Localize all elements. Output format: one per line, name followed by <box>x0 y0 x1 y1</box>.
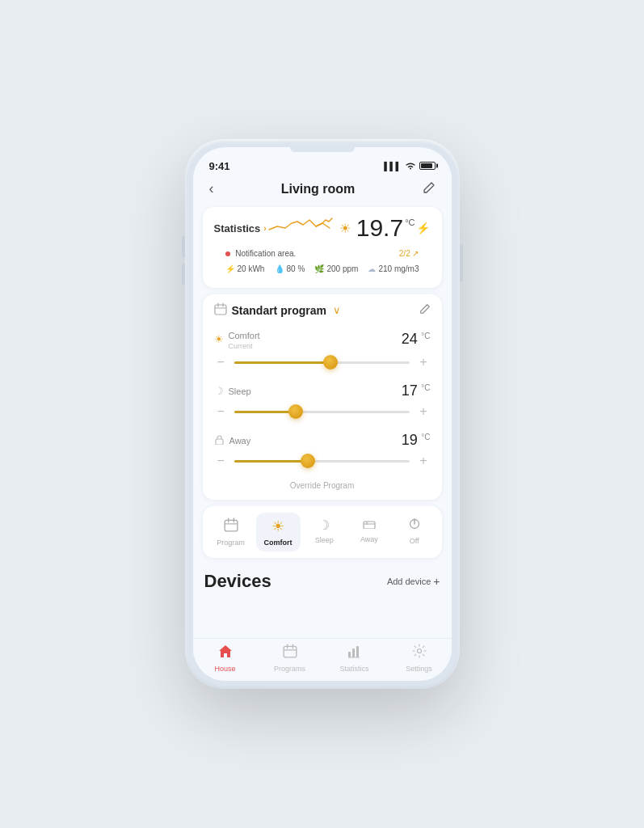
tab-off[interactable]: Off <box>394 513 436 551</box>
co2-value: 200 ppm <box>326 264 358 273</box>
sleep-moon-icon: ☽ <box>214 385 224 397</box>
comfort-temp-value: 24 <box>402 331 418 347</box>
sleep-slider-thumb[interactable] <box>288 404 303 419</box>
tab-comfort[interactable]: ☀ Comfort <box>256 513 301 551</box>
comfort-sub: Current <box>229 342 260 350</box>
tab-program[interactable]: Program <box>208 513 253 551</box>
sleep-temp-value: 17 <box>402 382 418 399</box>
sleep-tab-icon: ☽ <box>318 518 330 533</box>
override-label[interactable]: Override Program <box>214 481 431 492</box>
sensor-energy: ⚡ 20 kWh <box>225 264 265 273</box>
devices-title: Devices <box>204 571 271 592</box>
svg-rect-13 <box>284 646 297 657</box>
add-plus-icon: + <box>433 575 440 588</box>
vol-up-button[interactable] <box>182 236 185 257</box>
svg-point-21 <box>417 649 421 653</box>
statistics-nav-icon <box>347 644 362 662</box>
away-plus-button[interactable]: + <box>416 452 430 470</box>
notification-link[interactable]: 2/2 ↗ <box>399 249 419 258</box>
edit-button[interactable] <box>423 181 436 196</box>
mode-tabs: Program ☀ Comfort ☽ Sleep <box>203 506 442 558</box>
sensor-row: ⚡ 20 kWh 💧 80 % 🌿 200 ppm ☁ 210 mg/m3 <box>214 261 431 280</box>
program-name: Standart program <box>232 304 326 317</box>
back-button[interactable]: ‹ <box>209 180 214 197</box>
program-edit-button[interactable] <box>419 303 431 317</box>
away-lock-icon <box>214 434 225 447</box>
programs-nav-label: Programs <box>274 665 305 673</box>
sleep-label-row: ☽ Sleep 17 °C <box>214 382 431 399</box>
notification-dot <box>225 251 230 256</box>
air-value: 210 mg/m3 <box>378 264 419 273</box>
bottom-nav: House Programs <box>193 638 452 681</box>
program-tab-icon <box>224 518 238 535</box>
status-icons: ▌▌▌ <box>384 161 435 171</box>
phone-content: ‹ Living room Statistics › <box>193 175 452 638</box>
sleep-slider-control: − + <box>214 403 431 420</box>
comfort-mode-text: Comfort Current <box>229 327 260 350</box>
program-section: Standart program ∨ ☀ <box>203 294 442 500</box>
sleep-label-left: ☽ Sleep <box>214 385 251 397</box>
sleep-temp-unit: °C <box>421 383 430 392</box>
tab-sleep[interactable]: ☽ Sleep <box>303 513 345 551</box>
svg-rect-17 <box>348 652 351 657</box>
svg-rect-18 <box>352 648 355 657</box>
power-button[interactable] <box>460 244 463 281</box>
temperature-unit: °C <box>405 218 415 227</box>
sleep-minus-button[interactable]: − <box>214 403 228 420</box>
nav-settings[interactable]: Settings <box>397 644 442 673</box>
add-device-button[interactable]: Add device + <box>387 575 440 588</box>
comfort-tab-icon: ☀ <box>271 518 284 535</box>
comfort-slider-control: − + <box>214 353 431 371</box>
away-slider-thumb[interactable] <box>301 454 315 468</box>
sleep-plus-button[interactable]: + <box>416 403 430 420</box>
comfort-slider-fill <box>234 361 331 364</box>
program-title-area: Standart program ∨ <box>214 302 341 318</box>
away-tab-label: Away <box>360 535 378 543</box>
program-dropdown-icon[interactable]: ∨ <box>333 304 341 316</box>
away-temp-unit: °C <box>421 433 430 441</box>
stats-header: Statistics › ☀ 19.7 °C <box>214 215 431 241</box>
notification-text: Notification area. <box>225 249 297 258</box>
svg-rect-0 <box>215 305 226 315</box>
settings-nav-icon <box>412 644 427 662</box>
status-bar: 9:41 ▌▌▌ <box>193 154 452 175</box>
off-tab-icon <box>408 518 421 534</box>
comfort-label-row: ☀ Comfort Current 24 °C <box>214 327 431 350</box>
humidity-icon: 💧 <box>275 264 284 273</box>
comfort-slider-thumb[interactable] <box>323 355 338 370</box>
comfort-label: Comfort <box>229 331 260 340</box>
phone-shell: 9:41 ▌▌▌ ‹ Living room <box>185 139 460 689</box>
vol-down-button[interactable] <box>182 264 185 285</box>
comfort-slider-track[interactable] <box>234 361 410 364</box>
sleep-slider-row: ☽ Sleep 17 °C − + <box>214 382 431 420</box>
energy-value: 20 kWh <box>238 264 265 273</box>
sleep-temp: 17 °C <box>402 382 431 399</box>
energy-icon: ⚡ <box>225 264 235 273</box>
tab-away[interactable]: Away <box>348 513 390 551</box>
sensor-air: ☁ 210 mg/m3 <box>368 264 419 273</box>
nav-statistics[interactable]: Statistics <box>332 644 377 673</box>
sleep-slider-fill <box>234 411 296 413</box>
comfort-plus-button[interactable]: + <box>416 353 430 371</box>
away-slider-track[interactable] <box>234 460 410 463</box>
sensor-humidity: 💧 80 % <box>275 264 305 273</box>
page-title: Living room <box>281 182 356 196</box>
sleep-tab-label: Sleep <box>315 536 334 544</box>
program-header: Standart program ∨ <box>214 302 431 318</box>
program-tab-label: Program <box>217 539 245 547</box>
nav-programs[interactable]: Programs <box>267 644 313 673</box>
comfort-minus-button[interactable]: − <box>214 353 228 371</box>
mini-chart <box>269 215 334 241</box>
sleep-slider-track[interactable] <box>234 411 410 413</box>
statistics-link[interactable]: Statistics › <box>214 222 267 234</box>
away-minus-button[interactable]: − <box>214 452 228 470</box>
notification-message: Notification area. <box>235 249 296 258</box>
sensor-co2: 🌿 200 ppm <box>314 264 358 273</box>
air-icon: ☁ <box>368 264 376 273</box>
sun-icon: ☀ <box>339 221 351 236</box>
house-nav-label: House <box>214 665 235 673</box>
svg-rect-9 <box>364 522 375 529</box>
comfort-temp-unit: °C <box>421 331 430 340</box>
statistics-nav-label: Statistics <box>339 665 368 673</box>
nav-house[interactable]: House <box>203 644 248 673</box>
